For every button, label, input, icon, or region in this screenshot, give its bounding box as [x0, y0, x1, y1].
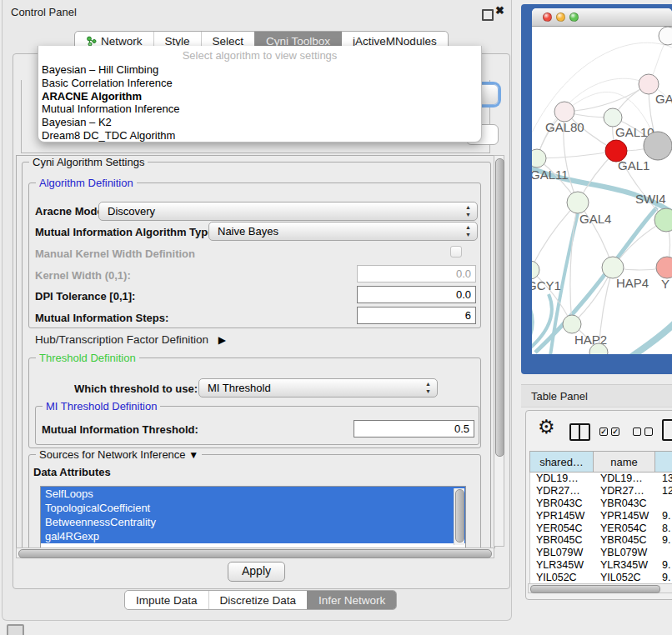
tab-infer-network[interactable]: Infer Network [307, 591, 396, 609]
expand-right-icon[interactable]: ▶ [218, 334, 226, 346]
collapsed-panel-icon[interactable] [7, 624, 24, 635]
table-row[interactable]: YLR345WYLR345W9. [530, 559, 672, 572]
table-panel: ⚙ ✓ ✓ shared…nameA YDL19…YDL19…13YDR27…Y… [525, 410, 672, 600]
which-threshold-label: Which threshold to use: [74, 382, 198, 396]
network-node[interactable] [654, 208, 672, 232]
network-node[interactable] [532, 261, 539, 279]
table-cell: 9. [656, 534, 672, 547]
network-node[interactable] [656, 257, 672, 278]
table-row[interactable]: YBR045CYBR045C9. [530, 534, 672, 547]
table-row[interactable]: YBL079WYBL079W [530, 547, 672, 559]
hub-transcription-factor-section[interactable]: Hub/Transcription Factor Definition ▶ [35, 333, 226, 347]
table-row[interactable]: YDL19…YDL19…13 [530, 472, 672, 485]
manual-kernel-width-checkbox[interactable] [450, 246, 462, 258]
aracne-mode-combo[interactable]: Discovery ▲▼ [98, 202, 478, 221]
background-edge [537, 78, 649, 158]
table-cell: YER054C [530, 522, 594, 535]
node-label: SWI4 [635, 192, 666, 206]
stepper-arrows-icon: ▲▼ [425, 380, 431, 395]
document-icon[interactable] [662, 419, 672, 441]
scrollbar-thumb[interactable] [18, 549, 492, 558]
algorithm-dropdown-popup: Select algorithm to view settings Bayesi… [38, 46, 482, 142]
network-node[interactable] [659, 27, 672, 45]
table-row[interactable]: YBR043CYBR043C [530, 498, 672, 510]
control-panel-title: Control Panel [11, 6, 77, 18]
which-threshold-combo[interactable]: MI Threshold ▲▼ [198, 378, 438, 398]
network-node[interactable] [563, 315, 581, 333]
network-node[interactable] [567, 192, 589, 213]
scrollbar-thumb[interactable] [495, 158, 504, 457]
gear-icon[interactable]: ⚙ [538, 416, 555, 438]
edge [564, 84, 649, 112]
table-row[interactable]: YPR145WYPR145W9. [530, 510, 672, 522]
data-attribute-item[interactable]: gal4RGexp [41, 529, 465, 543]
scrollbar-thumb[interactable] [455, 489, 464, 542]
algorithm-option[interactable]: Dream8 DC_TDC Algorithm [38, 129, 481, 142]
network-canvas[interactable]: GALGAL80GAL10GAL1GAL11SWI4GAL4GCY1HAP4YH… [532, 26, 672, 354]
combo-value: Naive Bayes [218, 222, 278, 240]
uncheck-all-icon[interactable] [633, 428, 641, 436]
table-cell: YBL079W [530, 547, 594, 559]
data-attributes-list[interactable]: SelfLoopsTopologicalCoefficientBetweenne… [40, 486, 466, 548]
column-header[interactable]: shared… [529, 451, 594, 472]
table-cell: YPR145W [530, 510, 594, 522]
data-attribute-item[interactable]: BetweennessCentrality [41, 515, 465, 529]
settings-vertical-scrollbar[interactable] [494, 155, 504, 547]
network-node[interactable] [532, 149, 546, 168]
settings-horizontal-scrollbar[interactable] [16, 548, 494, 558]
data-attributes-label: Data Attributes [33, 466, 111, 479]
table-row[interactable]: YDR27…YDR27…12 [530, 485, 672, 498]
table-cell: YDR27… [594, 485, 656, 498]
mi-threshold-field[interactable] [354, 420, 474, 438]
tab-discretize-data[interactable]: Discretize Data [208, 591, 308, 609]
algorithm-option[interactable]: Bayesian – K2 [38, 116, 481, 129]
split-columns-icon[interactable] [569, 423, 590, 441]
data-attribute-item[interactable]: SelfLoops [41, 487, 465, 501]
table-cell: YLR345W [594, 559, 656, 572]
mi-threshold-label: Mutual Information Threshold: [42, 423, 198, 437]
data-attribute-item[interactable]: TopologicalCoefficient [41, 501, 465, 515]
tab-impute-data[interactable]: Impute Data [125, 591, 208, 609]
screen: Control Panel ✖ Network Style Select [0, 0, 672, 635]
tab-label: Impute Data [136, 594, 198, 607]
uncheck-all-icon[interactable] [644, 428, 653, 436]
minimize-window-icon[interactable] [556, 12, 565, 22]
table-header-row: shared…nameA [529, 451, 672, 472]
network-window[interactable]: GALGAL80GAL10GAL1GAL11SWI4GAL4GCY1HAP4YH… [532, 8, 672, 354]
table-row[interactable]: YIL052CYIL052C9. [530, 572, 672, 584]
cyni-mode-tabs: Impute Data Discretize Data Infer Networ… [124, 590, 397, 610]
table-cell: YLR345W [530, 559, 594, 572]
algorithm-option[interactable]: Mutual Information Inference [38, 102, 481, 116]
table-horizontal-scrollbar[interactable] [528, 583, 672, 593]
table-cell: YIL052C [594, 572, 656, 584]
collapse-down-icon[interactable]: ▼ [188, 449, 198, 461]
mi-algorithm-type-combo[interactable]: Naive Bayes ▲▼ [208, 222, 478, 241]
column-header[interactable]: A [655, 451, 672, 472]
table-cell: YBR043C [594, 498, 656, 510]
table-row[interactable]: YER054CYER054C8. [530, 522, 672, 535]
zoom-window-icon[interactable] [569, 12, 579, 22]
list-scrollbar[interactable] [454, 488, 464, 545]
node-label: GAL1 [618, 158, 649, 172]
algorithm-option[interactable]: Bayesian – Hill Climbing [38, 63, 481, 77]
close-panel-icon[interactable]: ✖ [495, 4, 504, 17]
float-window-icon[interactable] [482, 9, 494, 21]
column-header[interactable]: name [594, 451, 655, 472]
check-all-icon[interactable]: ✓ [599, 428, 608, 436]
network-node[interactable] [554, 102, 574, 122]
check-all-icon[interactable]: ✓ [611, 428, 619, 436]
network-node[interactable] [644, 132, 672, 160]
dpi-tolerance-field[interactable] [357, 286, 476, 303]
network-window-titlebar[interactable] [532, 8, 672, 27]
table-cell: YBR043C [530, 498, 594, 510]
mi-steps-field[interactable] [357, 307, 476, 324]
scrollbar-thumb[interactable] [530, 585, 660, 593]
apply-button[interactable]: Apply [228, 562, 285, 582]
hub-section-label: Hub/Transcription Factor Definition [35, 333, 208, 346]
close-window-icon[interactable] [543, 12, 552, 22]
network-node[interactable] [604, 108, 622, 127]
algorithm-option[interactable]: ARACNE Algorithm [38, 90, 481, 103]
kernel-width-field[interactable] [357, 265, 476, 282]
table-cell: YER054C [594, 522, 656, 535]
algorithm-option[interactable]: Basic Correlation Inference [38, 77, 481, 90]
